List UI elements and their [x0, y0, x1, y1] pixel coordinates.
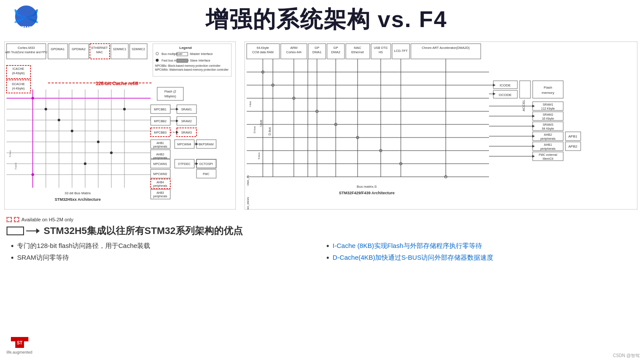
bullet-dot-4: • [327, 254, 329, 263]
svg-text:APB1: APB1 [568, 134, 578, 138]
svg-text:S-bus: S-bus [258, 152, 260, 159]
svg-text:SRAM2: SRAM2 [543, 113, 553, 116]
stm32-logo: STM32 [9, 4, 44, 35]
svg-text:STM32: STM32 [18, 25, 34, 31]
svg-text:peripherals: peripherals [541, 147, 556, 151]
bullet-dot-2: • [327, 242, 329, 251]
csdn-watermark: CSDN @智驾 [613, 353, 640, 359]
svg-text:STM32F429/F439 Architecture: STM32F429/F439 Architecture [339, 191, 395, 195]
svg-text:AHB1: AHB1 [544, 143, 552, 146]
svg-text:GPDMA1: GPDMA1 [51, 47, 65, 51]
svg-text:Flash (2: Flash (2 [164, 89, 176, 93]
svg-text:DCACHE: DCACHE [12, 83, 25, 86]
svg-text:AHB4: AHB4 [157, 181, 164, 184]
bottom-section: Available on H5-2M only STM32H5集成以往所有STM… [0, 213, 644, 266]
svg-text:GPDMA2: GPDMA2 [72, 47, 86, 51]
svg-text:memory: memory [542, 91, 554, 95]
svg-text:APB2: APB2 [568, 144, 578, 148]
bullet-text-4: D-Cache(4KB)加快通过S-BUS访问外部存储器数据速度 [333, 254, 493, 262]
arrow-statement: STM32H5集成以往所有STM32系列架构的优点 [7, 224, 637, 237]
svg-point-114 [123, 108, 126, 110]
svg-text:MemCtl: MemCtl [543, 157, 554, 160]
svg-text:Bus multiplexer: Bus multiplexer [162, 52, 183, 56]
bullet-item-3: • SRAM访问零等待 [11, 254, 318, 263]
svg-text:128-bit Cache refill: 128-bit Cache refill [96, 81, 138, 86]
svg-text:Slave Interface: Slave Interface [190, 59, 210, 62]
svg-text:FMC external: FMC external [539, 153, 557, 156]
svg-text:DMA1: DMA1 [313, 50, 322, 54]
svg-text:peripherals: peripherals [153, 184, 168, 188]
svg-text:CCM data RAM: CCM data RAM [252, 51, 273, 54]
arrow-right-icon [26, 230, 39, 231]
svg-text:MPCBB3: MPCBB3 [154, 131, 167, 134]
svg-text:peripherals: peripherals [153, 145, 168, 148]
bullet-text-2: I-Cache (8KB)实现Flash与外部存储程序执行零等待 [333, 242, 482, 250]
svg-text:112 Kbyte: 112 Kbyte [541, 107, 555, 110]
svg-text:OTFDEC: OTFDEC [178, 162, 191, 165]
svg-point-23 [156, 59, 158, 62]
svg-text:I-bus: I-bus [249, 101, 251, 107]
svg-point-109 [71, 130, 73, 132]
svg-text:MPCBBx: Block-based memory pro: MPCBBx: Block-based memory protection co… [155, 64, 221, 68]
dotted-square-icon [7, 217, 12, 222]
title-area: 增强的系统架构 vs. F4 [61, 4, 635, 35]
svg-text:BKPSRAM: BKPSRAM [199, 143, 214, 146]
svg-text:I-bus: I-bus [259, 120, 262, 127]
statement-text: STM32H5集成以往所有STM32系列架构的优点 [44, 224, 243, 237]
svg-point-110 [97, 141, 100, 143]
arrow-rect-icon [7, 227, 24, 235]
bullet-grid: • 专门的128-bit flash访问路径，用于Cache装载 • I-Cac… [7, 242, 637, 263]
svg-text:64 Kbyte: 64 Kbyte [542, 127, 554, 131]
svg-text:AHB1: AHB1 [157, 141, 164, 144]
svg-text:MPCWM4: MPCWM4 [177, 143, 191, 146]
svg-text:OCODE: OCODE [499, 93, 511, 97]
right-arch-svg: 64-Kbyte CCM data RAM ARM Cortex-M4 GP D… [245, 41, 637, 210]
svg-point-111 [110, 151, 113, 154]
svg-text:Fast3: Fast3 [14, 162, 17, 169]
svg-text:Cortex-M4: Cortex-M4 [286, 50, 301, 54]
svg-text:DMA_MEM1: DMA_MEM1 [247, 196, 249, 210]
svg-text:USB OTG: USB OTG [374, 46, 388, 49]
logo-area: STM32 [9, 4, 61, 35]
bullet-item-4: • D-Cache(4KB)加快通过S-BUS访问外部存储器数据速度 [327, 254, 634, 263]
svg-text:AHB2: AHB2 [544, 133, 552, 136]
st-life-text: life.augmented [7, 350, 32, 354]
svg-text:peripherals: peripherals [541, 137, 556, 141]
svg-text:peripherals: peripherals [153, 195, 168, 198]
svg-text:Bus matrix-S: Bus matrix-S [357, 185, 377, 189]
svg-text:ICACHE: ICACHE [13, 67, 24, 70]
svg-text:GP: GP [315, 46, 320, 50]
svg-text:(4-Kbyte): (4-Kbyte) [12, 87, 25, 90]
bullet-item-2: • I-Cache (8KB)实现Flash与外部存储程序执行零等待 [327, 242, 634, 251]
svg-text:SRAM3: SRAM3 [543, 123, 553, 126]
svg-text:32-bit Bus Matrix: 32-bit Bus Matrix [65, 191, 91, 195]
svg-text:STM32H5xx Architecture: STM32H5xx Architecture [55, 197, 101, 202]
svg-point-108 [58, 119, 60, 121]
available-note: Available on H5-2M only [7, 217, 637, 222]
svg-text:SDMMC2: SDMMC2 [132, 48, 145, 51]
svg-text:with TrustZone mainline and FP: with TrustZone mainline and FPU [5, 51, 47, 54]
svg-text:DMA2: DMA2 [331, 50, 341, 54]
svg-text:MPCBB1: MPCBB1 [154, 108, 167, 111]
svg-text:64-Kbyte: 64-Kbyte [257, 46, 269, 50]
svg-text:MAC: MAC [354, 46, 362, 50]
svg-text:ST: ST [17, 340, 22, 345]
available-note-text: Available on H5-2M only [21, 217, 73, 222]
svg-text:DMA_P1: DMA_P1 [247, 175, 249, 186]
svg-text:D-bus: D-bus [268, 127, 271, 135]
svg-text:FMC: FMC [203, 172, 209, 175]
bullet-text-3: SRAM访问零等待 [17, 254, 69, 262]
svg-text:MPCWM2: MPCWM2 [153, 172, 167, 175]
svg-text:GP: GP [334, 46, 338, 50]
svg-text:MPCBB2: MPCBB2 [154, 120, 167, 123]
svg-text:SRAM3: SRAM3 [181, 131, 192, 134]
header: STM32 增强的系统架构 vs. F4 [0, 0, 644, 39]
svg-text:Flash: Flash [544, 86, 552, 89]
dotted-square-icon2 [14, 217, 19, 222]
svg-text:ARM: ARM [290, 46, 298, 50]
svg-text:Ethernet: Ethernet [351, 50, 364, 54]
svg-text:HS: HS [379, 51, 383, 54]
left-diagram: Cortex-M33 with TrustZone mainline and F… [4, 41, 240, 211]
svg-text:SRAM1: SRAM1 [543, 103, 553, 106]
svg-text:D-bus: D-bus [253, 126, 256, 133]
